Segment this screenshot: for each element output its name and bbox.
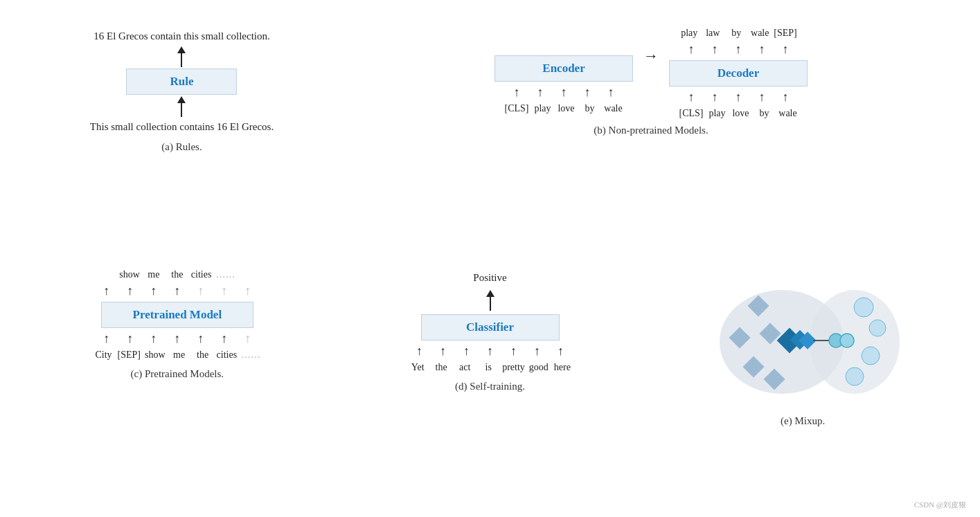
self-training-input-arrows: ↑ ↑ ↑ ↑ ↑ ↑ ↑ [410,344,571,359]
panel-e: (e) Mixup. [646,262,959,434]
pretrained-top-tokens: show me the cities …… [119,269,235,280]
main-container: 16 El Grecos contain this small collecti… [0,0,980,517]
decoder-section: play law by wale [SEP] ↑ ↑ ↑ ↑ ↑ [669,28,808,119]
top-row: 16 El Grecos contain this small collecti… [21,14,959,255]
pretrained-bottom-arrows: ↑ ↑ ↑ ↑ ↑ ↑ ↑ [97,332,258,346]
rule-box: Rule [126,69,237,95]
encoder-to-decoder-arrow: → [643,47,659,65]
encoder-input-arrows: ↑ ↑ ↑ ↑ ↑ [507,85,621,100]
pretrained-bottom-tokens: City [SEP] show me the cities …… [94,350,261,361]
input-sentence: This small collection contains 16 El Gre… [90,121,274,133]
decoder-input-arrows: ↑ ↑ ↑ ↑ ↑ [681,90,795,105]
self-training-output: Positive [473,272,506,284]
decoder-box: Decoder [669,60,808,87]
pretrained-top-arrows: ↑ ↑ ↑ ↑ ↑ ↑ ↑ [97,284,258,298]
watermark: CSDN @刘皮狠 [914,500,966,510]
svg-point-12 [840,334,854,347]
arrow-up-rule-output [177,46,186,67]
panel-b-caption: (b) Non-pretrained Models. [594,125,708,136]
encoder-box: Encoder [495,55,633,82]
output-sentence: 16 El Grecos contain this small collecti… [93,30,270,42]
svg-point-15 [862,347,880,365]
mixup-diagram [706,269,900,408]
classifier-box: Classifier [421,314,560,341]
encoder-input-tokens: [CLS] play love by wale [505,103,623,114]
decoder-output-tokens: play law by wale [SEP] [679,28,796,39]
bottom-row: show me the cities …… ↑ ↑ ↑ ↑ ↑ ↑ ↑ [21,262,959,504]
arrow-up-rule-input [177,96,186,117]
panel-e-caption: (e) Mixup. [781,415,825,427]
panel-a-inner: 16 El Grecos contain this small collecti… [90,28,274,153]
panel-a: 16 El Grecos contain this small collecti… [21,14,343,160]
panel-c-caption: (c) Pretrained Models. [131,368,224,380]
decoder-output-arrows: ↑ ↑ ↑ ↑ ↑ [681,42,795,57]
panel-d: Positive Classifier ↑ ↑ ↑ ↑ ↑ ↑ ↑ [334,262,647,399]
svg-point-14 [869,320,886,336]
pretrained-model-box: Pretrained Model [101,302,253,328]
encoder-section: Encoder ↑ ↑ ↑ ↑ ↑ [CLS] play [495,33,633,114]
self-training-input-tokens: Yet the act is pretty good here [408,362,572,373]
svg-point-16 [846,368,864,386]
decoder-input-tokens: [CLS] play love by wale [679,108,798,119]
panel-b: Encoder ↑ ↑ ↑ ↑ ↑ [CLS] play [343,14,959,143]
self-training-up-arrow [486,290,495,311]
svg-point-13 [854,298,873,317]
panel-d-caption: (d) Self-training. [455,381,525,392]
panel-c: show me the cities …… ↑ ↑ ↑ ↑ ↑ ↑ ↑ [21,262,334,387]
panel-a-caption: (a) Rules. [161,141,202,153]
